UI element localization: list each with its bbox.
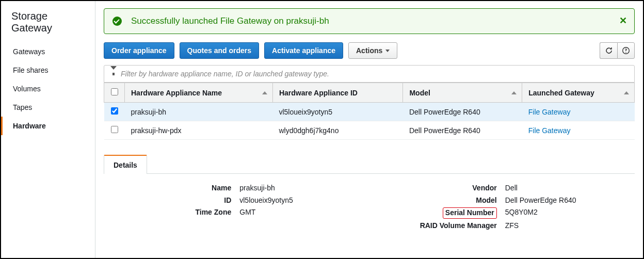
refresh-icon (605, 46, 613, 55)
detail-timezone-value: GMT (236, 207, 369, 218)
header-name[interactable]: Hardware Appliance Name (125, 83, 273, 103)
help-icon (622, 46, 630, 55)
alert-close-button[interactable]: ✕ (619, 15, 627, 26)
table-row[interactable]: praksuji-bh vl5loueix9yotyn5 Dell PowerE… (104, 103, 635, 121)
details-col-right: VendorDell ModelDell PowerEdge R640 Seri… (369, 182, 635, 232)
cell-model: Dell PowerEdge R640 (403, 121, 522, 140)
row-checkbox[interactable] (111, 126, 118, 133)
details-panel: Namepraksuji-bh IDvl5loueix9yotyn5 Time … (104, 174, 635, 240)
caret-down-icon (385, 50, 390, 52)
detail-raid-label: RAID Volume Manager (369, 221, 502, 231)
toolbar: Order appliance Quotes and orders Activa… (104, 42, 635, 59)
help-button[interactable] (617, 42, 635, 59)
alert-message: Successfully launched File Gateway on pr… (131, 16, 329, 26)
cell-id: wlyd0dgh6j7kg4no (272, 121, 403, 140)
cell-name: praksuji-hw-pdx (125, 121, 273, 140)
filter-bar[interactable]: Filter by hardware appliance name, ID or… (104, 65, 635, 83)
select-all-checkbox[interactable] (111, 88, 118, 95)
sidebar-item-tapes[interactable]: Tapes (1, 98, 95, 117)
detail-model-value: Dell PowerEdge R640 (502, 196, 635, 206)
detail-id-value: vl5loueix9yotyn5 (236, 196, 369, 206)
sidebar-item-gateways[interactable]: Gateways (1, 42, 95, 61)
gateway-link[interactable]: File Gateway (528, 126, 571, 135)
filter-icon (110, 70, 117, 78)
header-gateway[interactable]: Launched Gateway (522, 83, 635, 103)
success-check-icon (112, 17, 122, 26)
detail-serial-label-text: Serial Number (445, 208, 494, 217)
detail-name-label: Name (104, 183, 236, 193)
detail-serial-label: Serial Number (369, 207, 502, 219)
detail-vendor-label: Vendor (369, 183, 502, 193)
actions-label: Actions (356, 46, 382, 55)
activate-appliance-button[interactable]: Activate appliance (264, 42, 343, 59)
filter-placeholder: Filter by hardware appliance name, ID or… (121, 70, 329, 78)
header-name-label: Hardware Appliance Name (131, 89, 222, 97)
quotes-and-orders-button[interactable]: Quotes and orders (180, 42, 259, 59)
main-content: Successfully launched File Gateway on pr… (95, 1, 643, 258)
cell-model: Dell PowerEdge R640 (403, 103, 522, 121)
actions-dropdown-button[interactable]: Actions (348, 42, 397, 59)
sidebar-title: Storage Gateway (1, 10, 95, 42)
detail-vendor-value: Dell (502, 183, 635, 193)
header-model[interactable]: Model (403, 83, 522, 103)
sidebar-item-file-shares[interactable]: File shares (1, 61, 95, 79)
detail-name-value: praksuji-bh (236, 183, 369, 193)
row-checkbox[interactable] (111, 107, 118, 115)
sort-caret-icon (262, 91, 267, 94)
gateway-link[interactable]: File Gateway (528, 108, 571, 116)
detail-model-label: Model (369, 196, 502, 206)
success-alert: Successfully launched File Gateway on pr… (104, 8, 635, 34)
table-row[interactable]: praksuji-hw-pdx wlyd0dgh6j7kg4no Dell Po… (104, 121, 635, 140)
sidebar-item-hardware[interactable]: Hardware (1, 117, 95, 135)
refresh-button[interactable] (600, 42, 617, 59)
tab-details[interactable]: Details (104, 155, 147, 174)
sort-caret-icon (511, 91, 517, 94)
details-col-left: Namepraksuji-bh IDvl5loueix9yotyn5 Time … (104, 182, 369, 232)
detail-timezone-label: Time Zone (104, 207, 236, 218)
tabs: Details (104, 154, 635, 174)
cell-id: vl5loueix9yotyn5 (272, 103, 403, 121)
header-id-label: Hardware Appliance ID (279, 89, 358, 97)
order-appliance-button[interactable]: Order appliance (104, 42, 174, 59)
cell-name: praksuji-bh (125, 103, 273, 121)
detail-id-label: ID (104, 196, 236, 206)
detail-serial-value: 5Q8Y0M2 (502, 207, 635, 219)
icon-button-group (600, 42, 635, 59)
sidebar: Storage Gateway Gateways File shares Vol… (1, 1, 95, 258)
serial-number-highlight: Serial Number (443, 207, 497, 219)
header-checkbox-cell (104, 83, 125, 103)
header-model-label: Model (409, 89, 430, 97)
sidebar-item-volumes[interactable]: Volumes (1, 79, 95, 98)
header-id[interactable]: Hardware Appliance ID (272, 83, 403, 103)
hardware-table: Hardware Appliance Name Hardware Applian… (104, 83, 635, 140)
header-gateway-label: Launched Gateway (528, 89, 594, 97)
sort-caret-icon (624, 91, 629, 94)
detail-raid-value: ZFS (502, 221, 635, 231)
